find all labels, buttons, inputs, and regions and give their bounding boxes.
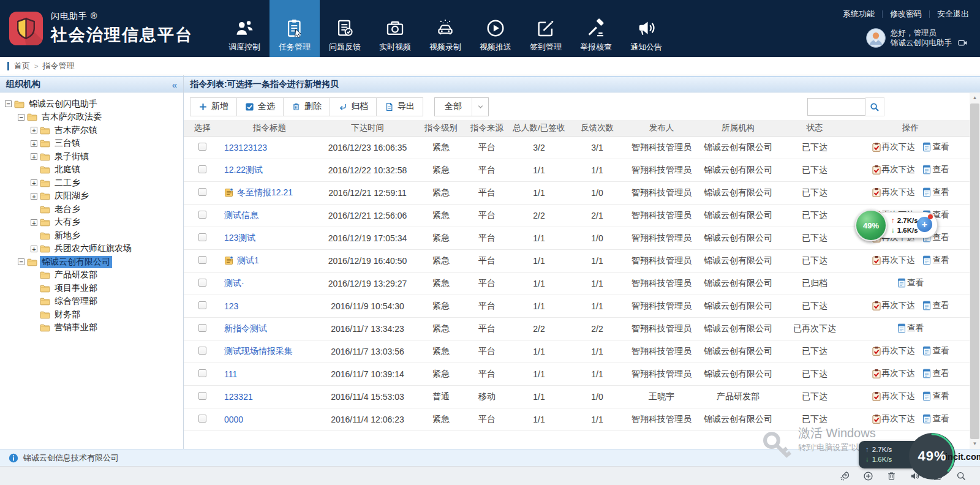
row-checkbox[interactable] [198, 188, 206, 196]
row-checkbox[interactable] [198, 369, 206, 377]
redeliver-button[interactable]: 再次下达 [872, 187, 915, 198]
nav-item-tasks[interactable]: 任务管理 [270, 0, 320, 57]
header-link[interactable]: 系统功能 [843, 9, 875, 20]
tree-node-label[interactable]: 营销事业部 [53, 321, 99, 334]
tree-node-label[interactable]: 项目事业部 [53, 282, 99, 295]
breadcrumb-home[interactable]: 首页 [14, 61, 30, 72]
tree-node[interactable]: + 吉木萨尔镇 [0, 124, 183, 137]
tree-node[interactable]: + 大有乡 [0, 216, 183, 230]
redeliver-button[interactable]: 再次下达 [872, 141, 915, 152]
tree-node[interactable]: 产品研发部 [0, 269, 183, 282]
trash-icon[interactable] [886, 471, 897, 481]
tree-node[interactable]: + 庆阳湖乡 [0, 190, 183, 203]
tree-expander[interactable]: − [5, 100, 12, 107]
tree-node[interactable]: + 泉子街镇 [0, 150, 183, 164]
row-checkbox[interactable] [198, 347, 206, 355]
scroll-up-icon[interactable]: ▲ [970, 93, 980, 103]
rocket-icon[interactable] [840, 471, 850, 481]
redeliver-button[interactable]: 再次下达 [872, 391, 915, 402]
magnifier-icon[interactable] [956, 471, 967, 481]
instruction-title-link[interactable]: 123 [224, 301, 238, 311]
filter-select[interactable]: 全部 [434, 97, 489, 116]
instruction-title-link[interactable]: 123123123 [224, 143, 267, 152]
tree-node-label[interactable]: 三台镇 [53, 137, 82, 149]
tree-node[interactable]: + 三台镇 [0, 137, 183, 151]
tree-node-label[interactable]: 北庭镇 [53, 164, 82, 176]
tree-node[interactable]: 老台乡 [0, 203, 183, 216]
nav-item-car[interactable]: 视频录制 [420, 0, 470, 57]
instruction-title-link[interactable]: 0000 [224, 415, 243, 424]
instruction-title-link[interactable]: 冬至情报12.21 [237, 187, 293, 197]
tree-node-label[interactable]: 兵团农六师红旗农场 [53, 242, 134, 255]
row-checkbox[interactable] [198, 165, 206, 173]
row-checkbox[interactable] [198, 211, 206, 219]
instruction-title-link[interactable]: 测试现场情报采集 [224, 346, 293, 356]
scrollbar-thumb[interactable] [970, 103, 979, 439]
scrollbar[interactable]: ▲ ▼ [970, 93, 980, 449]
tree-expander[interactable]: + [31, 246, 37, 252]
nav-item-gavel[interactable]: 举报核查 [571, 0, 621, 57]
redeliver-button[interactable]: 再次下达 [872, 300, 915, 311]
plus-button[interactable]: 新增 [190, 97, 237, 116]
view-button[interactable]: 查看 [922, 345, 949, 356]
tree-node-label[interactable]: 吉木萨尔政法委 [40, 111, 104, 123]
tree-expander[interactable]: + [31, 193, 37, 200]
redeliver-button[interactable]: 再次下达 [872, 255, 915, 266]
tree-node[interactable]: 北庭镇 [0, 164, 183, 177]
tree-node[interactable]: 项目事业部 [0, 282, 183, 295]
row-checkbox[interactable] [198, 143, 206, 151]
row-checkbox[interactable] [198, 279, 206, 287]
tree-node-label[interactable]: 大有乡 [53, 216, 82, 228]
tree-node[interactable]: + 兵团农六师红旗农场 [0, 242, 183, 256]
redeliver-button[interactable]: 再次下达 [872, 368, 915, 379]
memory-percent-ball[interactable]: 49% [855, 209, 887, 241]
row-checkbox[interactable] [198, 233, 206, 241]
tree-node[interactable]: 营销事业部 [0, 321, 183, 335]
tree-node[interactable]: + 二工乡 [0, 176, 183, 190]
tree-node[interactable]: − 吉木萨尔政法委 [0, 111, 183, 124]
tree-node[interactable]: 新地乡 [0, 229, 183, 242]
instruction-title-link[interactable]: 测试· [224, 278, 244, 288]
tree-node-label[interactable]: 产品研发部 [53, 269, 99, 281]
tree-expander[interactable]: − [18, 114, 24, 121]
instruction-title-link[interactable]: 新指令测试 [224, 323, 267, 333]
tree-node[interactable]: − 锦诚云创闪电助手 [0, 97, 183, 111]
row-checkbox[interactable] [198, 256, 206, 264]
view-button[interactable]: 查看 [922, 141, 949, 152]
instruction-title-link[interactable]: 测试1 [237, 255, 259, 265]
nav-item-editsq[interactable]: 签到管理 [521, 0, 571, 57]
tree-node-label[interactable]: 二工乡 [53, 177, 82, 189]
nav-item-users[interactable]: 调度控制 [219, 0, 270, 57]
instruction-title-link[interactable]: 123测试 [224, 233, 255, 242]
view-button[interactable]: 查看 [897, 277, 924, 288]
instruction-title-link[interactable]: 123321 [224, 392, 253, 402]
site-link[interactable]: incit.com▶ [945, 452, 980, 462]
redeliver-button[interactable]: 再次下达 [872, 164, 915, 175]
nav-item-play[interactable]: 视频推送 [470, 0, 521, 57]
tree-node-label[interactable]: 锦诚云创闪电助手 [27, 98, 99, 110]
search-button[interactable] [865, 97, 884, 116]
search-input[interactable] [807, 98, 865, 116]
view-button[interactable]: 查看 [897, 323, 924, 334]
instruction-title-link[interactable]: 测试信息 [224, 210, 258, 220]
tree-node-label[interactable]: 庆阳湖乡 [53, 190, 91, 202]
tree-node-label[interactable]: 锦诚云创有限公司 [40, 256, 112, 268]
nav-item-doccheck[interactable]: 问题反馈 [320, 0, 370, 57]
tree-node[interactable]: 财务部 [0, 308, 183, 321]
row-checkbox[interactable] [198, 415, 206, 423]
avatar[interactable] [866, 28, 886, 48]
view-button[interactable]: 查看 [922, 300, 949, 311]
scroll-down-icon[interactable]: ▼ [970, 439, 980, 449]
redeliver-button[interactable]: 再次下达 [872, 413, 915, 424]
export-button[interactable]: 导出 [376, 97, 423, 116]
tree-node-label[interactable]: 老台乡 [53, 203, 82, 216]
header-link[interactable]: 修改密码 [890, 9, 922, 20]
tree-node-label[interactable]: 财务部 [53, 309, 82, 321]
checksq-button[interactable]: 全选 [236, 97, 284, 116]
nav-item-camera[interactable]: 实时视频 [370, 0, 420, 57]
tree-expander[interactable]: + [31, 127, 37, 133]
instruction-title-link[interactable]: 12.22测试 [224, 165, 263, 175]
camera-small-icon[interactable] [957, 39, 969, 47]
view-button[interactable]: 查看 [922, 164, 949, 175]
tree-expander[interactable]: + [31, 140, 37, 147]
